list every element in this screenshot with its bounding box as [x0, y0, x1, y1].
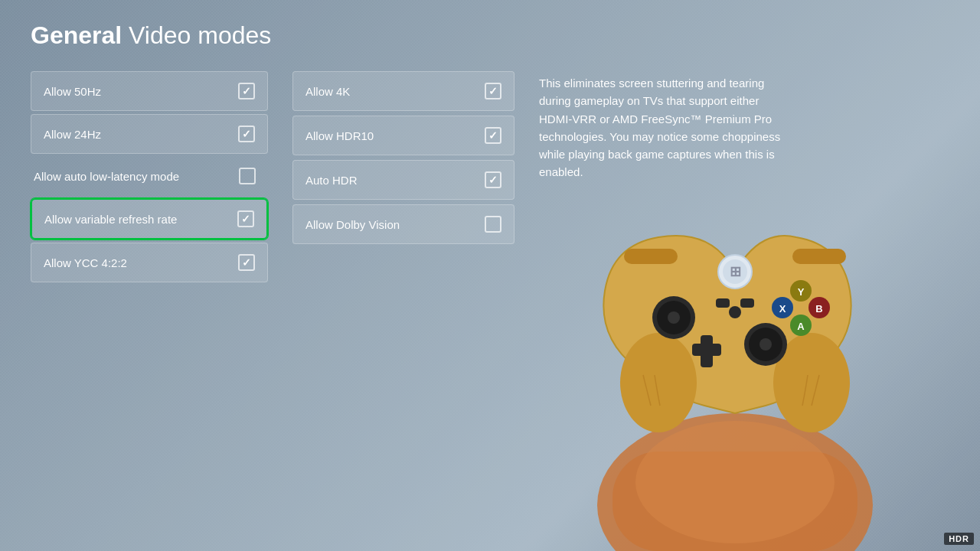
svg-text:Y: Y — [798, 286, 805, 298]
svg-rect-17 — [692, 344, 721, 356]
checkbox-allow-auto-low-latency[interactable] — [239, 168, 256, 184]
svg-text:X: X — [779, 303, 786, 315]
setting-allow-vrr[interactable]: Allow variable refresh rate — [31, 198, 268, 240]
checkbox-allow-ycc[interactable] — [238, 254, 255, 271]
hdr-badge: HDR — [944, 533, 974, 545]
description-text: This eliminates screen stuttering and te… — [539, 74, 784, 181]
setting-allow-24hz[interactable]: Allow 24Hz — [31, 114, 268, 154]
controller-image: ⊞ A B X Y — [536, 184, 934, 551]
controller-svg: ⊞ A B X Y — [536, 184, 934, 551]
setting-label-allow-auto-low-latency: Allow auto low-latency mode — [34, 170, 179, 183]
setting-allow-auto-low-latency[interactable]: Allow auto low-latency mode — [31, 157, 268, 195]
setting-allow-4k[interactable]: Allow 4K — [292, 71, 514, 111]
checkbox-allow-24hz[interactable] — [238, 126, 255, 142]
setting-label-auto-hdr: Auto HDR — [305, 174, 358, 187]
svg-point-28 — [729, 306, 741, 318]
svg-rect-9 — [792, 249, 846, 264]
setting-label-allow-24hz: Allow 24Hz — [44, 128, 101, 141]
setting-allow-ycc[interactable]: Allow YCC 4:2:2 — [31, 243, 268, 282]
svg-point-3 — [620, 333, 697, 432]
svg-point-12 — [668, 311, 680, 324]
setting-allow-hdr10[interactable]: Allow HDR10 — [292, 116, 514, 155]
checkbox-allow-hdr10[interactable] — [485, 127, 501, 144]
checkbox-allow-50hz[interactable] — [238, 83, 255, 99]
checkbox-allow-vrr[interactable] — [237, 210, 254, 227]
svg-point-2 — [635, 421, 835, 543]
left-column: Allow 50Hz Allow 24Hz Allow auto low-lat… — [31, 71, 268, 282]
setting-label-allow-vrr: Allow variable refresh rate — [44, 213, 177, 226]
setting-auto-hdr[interactable]: Auto HDR — [292, 160, 514, 200]
setting-label-allow-4k: Allow 4K — [305, 85, 350, 98]
setting-label-allow-ycc: Allow YCC 4:2:2 — [44, 256, 127, 269]
svg-text:B: B — [815, 303, 822, 315]
checkbox-allow-dolby[interactable] — [485, 216, 501, 233]
page-title: General Video modes — [31, 21, 949, 50]
setting-label-allow-dolby: Allow Dolby Vision — [305, 218, 400, 231]
checkbox-auto-hdr[interactable] — [485, 171, 501, 188]
mid-column: Allow 4K Allow HDR10 Auto HDR Allow Dolb… — [292, 71, 514, 244]
checkbox-allow-4k[interactable] — [485, 83, 501, 99]
svg-text:⊞: ⊞ — [730, 264, 741, 279]
setting-allow-dolby[interactable]: Allow Dolby Vision — [292, 204, 514, 244]
right-description: This eliminates screen stuttering and te… — [539, 71, 784, 181]
svg-rect-26 — [716, 298, 730, 308]
setting-label-allow-hdr10: Allow HDR10 — [305, 129, 374, 142]
setting-allow-50hz[interactable]: Allow 50Hz — [31, 71, 268, 111]
svg-point-15 — [760, 338, 772, 350]
setting-label-allow-50hz: Allow 50Hz — [44, 85, 101, 98]
svg-rect-27 — [740, 298, 754, 308]
svg-text:A: A — [797, 321, 805, 332]
svg-rect-8 — [624, 249, 678, 264]
